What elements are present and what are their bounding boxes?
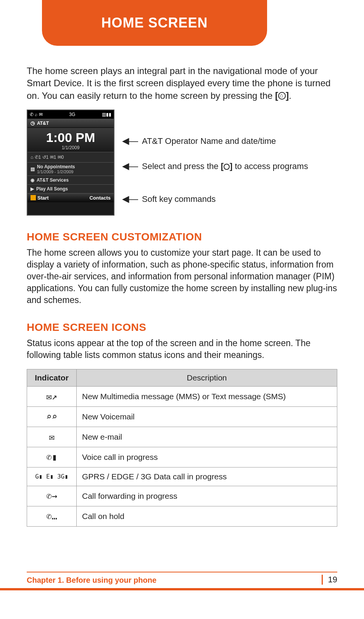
phone-status-bar: ✆ ⌕ ✉ 3G ▥▮▮	[27, 110, 114, 119]
phone-mock: ✆ ⌕ ✉ 3G ▥▮▮ AT&T 1:00 PM 1/1/2009 ⌂ ✆1 …	[27, 110, 114, 216]
indicator-icon: ✉↗	[27, 386, 77, 406]
table-row: G▮ E▮ 3G▮ GPRS / EDGE / 3G Data call in …	[27, 467, 337, 486]
arrow-icon: ◀—	[122, 161, 138, 171]
indicator-desc: New Voicemail	[77, 406, 337, 427]
start-flag-icon	[31, 195, 36, 200]
phone-songs-row: ▶ Play All Songs	[27, 184, 114, 193]
services-label: AT&T Services	[37, 177, 69, 183]
phone-services-row: ◉ AT&T Services	[27, 176, 114, 184]
phone-counters: ⌂ ✆1 ↺1 ✉1 ✉0	[31, 155, 64, 160]
page-header-tab: HOME SCREEN	[42, 0, 267, 46]
phone-clock: 1:00 PM 1/1/2009	[27, 128, 114, 152]
songs-label: Play All Songs	[36, 186, 68, 192]
globe-icon: ◉	[31, 177, 34, 183]
footer-accent-bar	[0, 588, 364, 590]
th-indicator: Indicator	[27, 369, 77, 386]
table-row: ⌕⌕ New Voicemail	[27, 406, 337, 427]
table-row: ✆… Call on hold	[27, 506, 337, 526]
phone-softkeys: Start Contacts	[27, 193, 114, 202]
calendar-icon: ▤	[31, 166, 35, 172]
section-icons-body: Status icons appear at the top of the sc…	[27, 337, 337, 361]
section-icons-title: HOME SCREEN ICONS	[27, 321, 337, 334]
callout-softkeys: Soft key commands	[142, 194, 337, 204]
phone-time: 1:00 PM	[27, 130, 114, 145]
phone-operator-row: AT&T	[27, 119, 114, 128]
home-screen-diagram: ✆ ⌕ ✉ 3G ▥▮▮ AT&T 1:00 PM 1/1/2009 ⌂ ✆1 …	[27, 110, 337, 216]
section-customization-body: The home screen allows you to customize …	[27, 247, 337, 306]
indicator-icon: ✆…	[27, 506, 77, 526]
table-row: ✆→ Call forwarding in progress	[27, 486, 337, 506]
home-key-icon	[278, 92, 286, 100]
status-network-icon: 3G	[69, 112, 75, 117]
callout-operator: AT&T Operator Name and date/time	[142, 136, 337, 146]
th-description: Description	[77, 369, 337, 386]
indicator-desc: Call on hold	[77, 506, 337, 526]
status-right-icons: ▥▮▮	[102, 112, 111, 117]
intro-paragraph: The home screen plays an integral part i…	[27, 65, 337, 102]
status-left-icons: ✆ ⌕ ✉	[30, 112, 43, 117]
table-header-row: Indicator Description	[27, 369, 337, 386]
callouts: ◀— AT&T Operator Name and date/time ◀— S…	[122, 110, 337, 216]
indicator-icon: ✆▮	[27, 447, 77, 467]
footer-chapter: Chapter 1. Before using your phone	[27, 576, 156, 585]
table-row: ✉↗ New Multimedia message (MMS) or Text …	[27, 386, 337, 406]
table-row: ✆▮ Voice call in progress	[27, 447, 337, 467]
arrow-icon: ◀—	[122, 194, 138, 203]
indicator-desc: New e-mail	[77, 427, 337, 447]
icons-table: Indicator Description ✉↗ New Multimedia …	[27, 369, 337, 527]
indicator-icon: ⌕⌕	[27, 406, 77, 427]
phone-operator: AT&T	[37, 121, 49, 126]
play-icon: ▶	[31, 186, 34, 192]
indicator-desc: GPRS / EDGE / 3G Data call in progress	[77, 467, 337, 486]
phone-appointments-row: ▤ No Appointments 1/1/2009 - 1/2/2009	[27, 162, 114, 176]
page-title: HOME SCREEN	[101, 15, 208, 31]
phone-date: 1/1/2009	[27, 145, 114, 150]
footer-page-number: 19	[322, 575, 337, 585]
indicator-icon: G▮ E▮ 3G▮	[27, 467, 77, 486]
indicator-desc: Call forwarding in progress	[77, 486, 337, 506]
table-row: ✉ New e-mail	[27, 427, 337, 447]
page-footer: Chapter 1. Before using your phone 19	[27, 572, 337, 585]
arrow-icon: ◀—	[122, 136, 138, 145]
indicator-icon: ✉	[27, 427, 77, 447]
appt-title: No Appointments	[37, 164, 75, 169]
intro-suffix: .	[289, 90, 292, 101]
section-customization-title: HOME SCREEN CUSTOMIZATION	[27, 231, 337, 243]
indicator-icon: ✆→	[27, 486, 77, 506]
ring-key-icon	[224, 164, 230, 170]
indicator-desc: Voice call in progress	[77, 447, 337, 467]
appt-range: 1/1/2009 - 1/2/2009	[37, 169, 75, 174]
softkey-contacts: Contacts	[89, 195, 111, 201]
indicator-desc: New Multimedia message (MMS) or Text mes…	[77, 386, 337, 406]
softkey-start: Start	[37, 195, 49, 201]
phone-counters-row: ⌂ ✆1 ↺1 ✉1 ✉0	[27, 152, 114, 162]
callout-programs: Select and press the [] to access progra…	[142, 161, 337, 171]
